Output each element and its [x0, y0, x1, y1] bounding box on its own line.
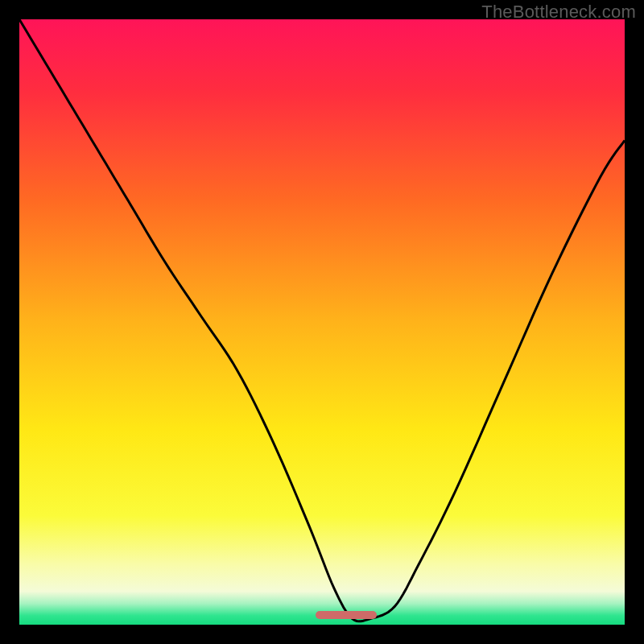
optimal-range-marker: [316, 611, 376, 619]
plot-area: [19, 19, 625, 625]
bottleneck-curve: [19, 19, 625, 625]
watermark-text: TheBottleneck.com: [481, 2, 636, 23]
chart-frame: TheBottleneck.com: [0, 0, 644, 644]
